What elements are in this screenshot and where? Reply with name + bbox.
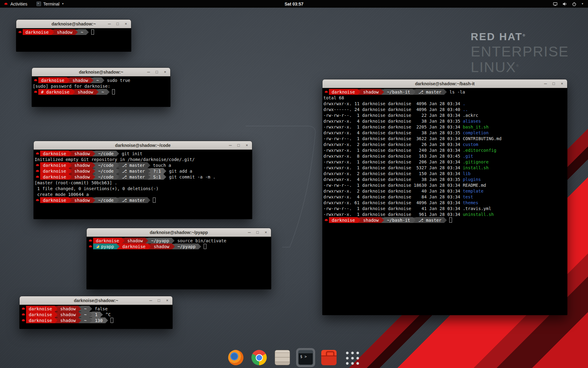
maximize-button[interactable]: □	[157, 298, 161, 303]
terminal-line: drwxrwxr-x. 4 darknoise darknoise 38 Jan…	[323, 130, 567, 136]
top-panel: Activities Terminal ▼ Sat 03:57 ▼	[0, 0, 588, 8]
terminal-content[interactable]: darknoiseshadow~/code git initInitialize…	[34, 150, 252, 219]
terminal-text: -rw-rw-r--. 1 darknoise darknoise 18630 …	[323, 183, 463, 188]
terminal-content[interactable]: darknoiseshadow~ falsedarknoiseshadow~1 …	[20, 305, 172, 329]
window-titlebar[interactable]: darknoise@shadow:~─□×	[16, 20, 131, 28]
terminal-text: ^C	[103, 312, 111, 317]
terminal-text: -rw-rw-r--. 1 darknoise darknoise 3622 J…	[323, 136, 463, 141]
window-title: darknoise@shadow:~	[74, 298, 118, 303]
minimize-button[interactable]: ─	[247, 230, 251, 235]
terminal-window: darknoise@shadow:~/code─□×darknoiseshado…	[34, 141, 252, 219]
window-titlebar[interactable]: darknoise@shadow:~/pyapp─□×	[87, 228, 271, 237]
terminal-window: darknoise@shadow:~─□×darknoiseshadow~ fa…	[20, 296, 172, 329]
prompt-segment: darknoise	[93, 238, 122, 243]
prompt-segment: ⎇ master	[119, 168, 148, 174]
maximize-button[interactable]: □	[236, 143, 241, 148]
minimize-button[interactable]: ─	[146, 70, 151, 74]
terminal-line: total 68	[323, 95, 567, 101]
terminal-text: git commit -a -m .	[166, 174, 215, 179]
terminal-cursor	[204, 244, 206, 249]
close-button[interactable]: ×	[560, 82, 564, 86]
redhat-icon	[21, 319, 26, 322]
prompt-segment: 1	[92, 312, 100, 317]
window-titlebar[interactable]: darknoise@shadow:~/bash-it─□×	[322, 79, 567, 88]
minimize-button[interactable]: ─	[543, 82, 548, 86]
powerline-arrow	[107, 89, 110, 95]
window-titlebar[interactable]: darknoise@shadow:~─□×	[32, 68, 170, 76]
terminal-text: sudo true	[104, 78, 130, 83]
window-titlebar[interactable]: darknoise@shadow:~/code─□×	[34, 141, 252, 150]
activities-button[interactable]: Activities	[0, 0, 31, 8]
python-icon	[96, 245, 99, 248]
dock-app-grid[interactable]	[343, 348, 362, 367]
dock-files[interactable]	[273, 348, 292, 367]
terminal-text: .	[463, 101, 465, 106]
maximize-button[interactable]: □	[552, 82, 556, 86]
dock-toolbox[interactable]	[319, 348, 338, 367]
powerline-arrow	[381, 89, 384, 95]
close-button[interactable]: ×	[163, 70, 167, 74]
dock-terminal[interactable]	[296, 348, 315, 367]
terminal-content[interactable]: darknoiseshadow~/pyapp source bin/activa…	[87, 237, 271, 289]
powerline-arrow	[148, 197, 150, 203]
prompt-segment: shadow	[54, 29, 75, 35]
terminal-cursor	[91, 29, 94, 35]
terminal-text: CONTRIBUTING.md	[463, 136, 501, 141]
terminal-content[interactable]: darknoiseshadow~	[16, 28, 131, 52]
window-title: darknoise@shadow:~/pyapp	[150, 230, 208, 235]
close-button[interactable]: ×	[124, 22, 128, 26]
prompt-segment: shadow	[75, 89, 96, 95]
terminal-text: custom	[463, 142, 478, 147]
powerline-arrow	[116, 163, 119, 168]
minimize-button[interactable]: ─	[107, 22, 111, 26]
maximize-button[interactable]: □	[115, 22, 120, 26]
terminal-content[interactable]: darknoiseshadow~/bash-it⎇ master ls -lat…	[322, 88, 567, 315]
terminal-text: git add a	[166, 169, 192, 174]
dock-chrome[interactable]	[250, 348, 269, 367]
terminal-line: [master (root-commit) 50bcb63] .	[35, 180, 252, 186]
terminal-text: test	[463, 194, 473, 199]
status-area[interactable]: ▼	[553, 0, 588, 8]
window-titlebar[interactable]: darknoise@shadow:~─□×	[20, 296, 172, 305]
powerline-arrow	[67, 78, 70, 83]
clock[interactable]: Sat 03:57	[285, 2, 303, 6]
terminal-window: darknoise@shadow:~/bash-it─□×darknoisesh…	[322, 79, 567, 315]
terminal-content[interactable]: darknoiseshadow~ sudo true[sudo] passwor…	[32, 76, 170, 107]
window-buttons: ─□×	[107, 20, 128, 28]
powerline-arrow	[145, 238, 148, 243]
powerline-arrow	[413, 217, 416, 223]
powerline-arrow	[78, 312, 81, 317]
prompt-segment: ?:1	[150, 168, 164, 174]
prompt-segment: darknoise	[40, 162, 69, 168]
maximize-button[interactable]: □	[155, 70, 159, 74]
dock-firefox[interactable]	[226, 348, 245, 367]
redhat-icon	[21, 307, 26, 310]
terminal-text: lib	[463, 171, 470, 176]
powerline-arrow	[89, 318, 92, 323]
close-button[interactable]: ×	[245, 143, 249, 148]
terminal-line: drwxrwxr-x. 4 darknoise darknoise 84 Jan…	[323, 194, 567, 200]
minimize-button[interactable]: ─	[228, 143, 232, 148]
powerline-arrow	[148, 163, 150, 168]
terminal-text: drwxrwxr-x. 2 darknoise darknoise 40 Jan…	[323, 189, 463, 194]
powerline-arrow	[96, 89, 99, 95]
prompt-segment: ~	[81, 317, 89, 323]
window-buttons: ─□×	[146, 68, 167, 76]
powerline-arrow	[69, 174, 72, 180]
minimize-button[interactable]: ─	[149, 298, 153, 303]
app-menu-terminal[interactable]: Terminal ▼	[33, 0, 68, 8]
close-button[interactable]: ×	[165, 298, 169, 303]
maximize-button[interactable]: □	[255, 230, 260, 235]
terminal-line: pyappdarknoiseshadow~/pyapp	[88, 243, 271, 249]
prompt-segment: 130	[92, 317, 105, 323]
terminal-line: -rw-rw-r--. 1 darknoise darknoise 3622 J…	[323, 136, 567, 141]
display-icon	[553, 2, 558, 6]
powerline-arrow	[102, 78, 104, 83]
prompt-segment: pyapp	[93, 243, 117, 249]
prompt-segment: darknoise	[40, 168, 69, 174]
close-button[interactable]: ×	[264, 230, 268, 235]
powerline-arrow	[89, 312, 92, 317]
powerline-arrow	[172, 238, 175, 243]
terminal-text: -rw-rw-r--. 1 darknoise darknoise 22 Jan…	[323, 113, 463, 118]
terminal-line: darknoiseshadow~/bash-it⎇ master ls -la	[323, 89, 567, 95]
